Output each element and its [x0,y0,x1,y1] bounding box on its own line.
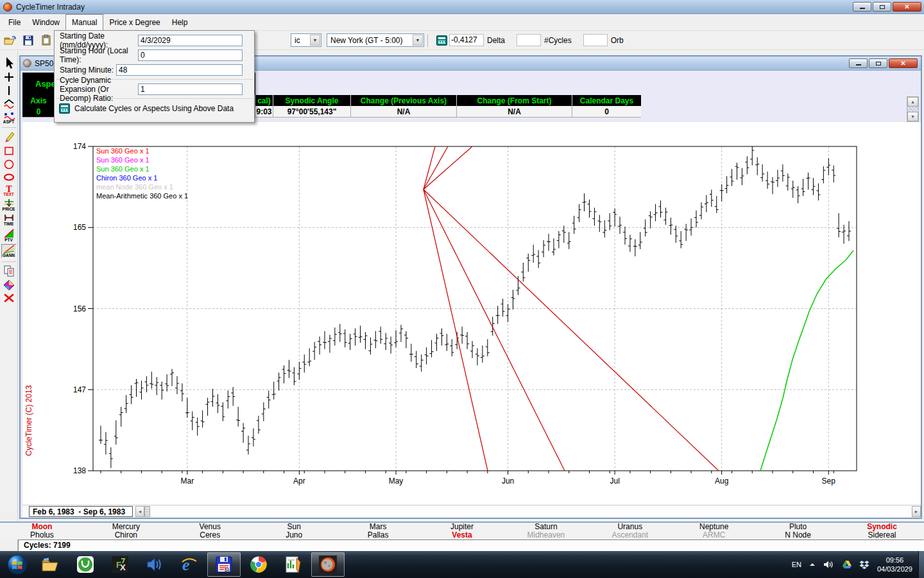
save-button[interactable] [21,33,36,48]
show-desktop-button[interactable] [918,551,924,578]
open-file-button[interactable] [3,33,18,48]
menubar-item-help[interactable]: Help [166,14,194,30]
menu-item-starting-hour[interactable]: Starting Hour (Local Time): [55,48,254,62]
planet-column-synodic[interactable]: SynodicSidereal [840,523,924,539]
starting-date-input[interactable] [138,35,243,46]
chrome[interactable] [242,552,275,577]
clipboard-button[interactable] [38,33,54,48]
vertical-line-tool[interactable] [1,85,17,96]
pointer-tool[interactable] [1,57,17,69]
scroll-right-button[interactable]: ► [912,506,921,517]
window-titlebar: CycleTimer Intraday ✕ [0,0,924,14]
utorrent-icon [76,556,94,574]
volume-app[interactable] [138,552,171,577]
svg-text:Sun 360 Geo x 1: Sun 360 Geo x 1 [96,147,150,155]
language-indicator[interactable]: EN [792,561,801,568]
chevron-down-icon: ▼ [310,35,320,46]
svg-text:64: 64 [225,568,230,572]
google-drive-tray-icon[interactable] [842,560,852,569]
price-tool[interactable]: PRICE [1,198,17,211]
chart-editor[interactable] [277,552,310,577]
planet-column-saturn[interactable]: SaturnMidheaven [504,523,588,539]
scroll-down-button[interactable]: ▼ [907,112,918,121]
scroll-left-button[interactable]: ◄ [135,506,144,517]
dropbox-tray-icon[interactable] [859,560,869,570]
column-value-synodic-angle: 97°00'55,143" [273,106,350,118]
cycles-input[interactable] [517,34,541,46]
taskbar-clock[interactable]: 09:56 04/03/2029 [877,556,912,574]
axis-header-cell: Axis [22,95,55,106]
planet-column-mercury[interactable]: MercuryChiron [84,523,168,539]
rectangle-tool[interactable] [1,145,17,157]
volume-tray-icon[interactable] [823,560,835,569]
hscrollbar-thumb[interactable] [144,506,150,517]
timezone-combo[interactable]: New York (GT - 5:00) ▼ [327,33,424,47]
pencil-tool[interactable] [1,130,17,143]
close-button[interactable]: ✕ [893,2,921,12]
text-tool[interactable]: TTEXT [1,184,17,197]
status-stub [0,539,18,551]
ephemeris-tool[interactable] [1,279,17,291]
scroll-up-button[interactable]: ▲ [907,97,918,107]
orb-input[interactable] [583,34,608,46]
planet-column-neptune[interactable]: NeptuneARMC [672,523,756,539]
ptv-tool[interactable]: PTV [1,228,17,242]
child-close-button[interactable]: ✕ [889,58,918,68]
oval-tool[interactable] [1,172,17,182]
gann-tool-label: GANN [3,254,15,258]
wave-tool[interactable] [1,98,17,110]
table-scrollbar: ▲ ▼ [907,96,919,122]
rectangle-tool-icon [3,145,15,157]
circle-tool-icon [3,159,15,170]
delete-tool[interactable] [1,293,17,303]
crosshair-tool[interactable] [1,71,17,83]
utorrent[interactable] [69,552,102,577]
status-bar: Cycles: 7199 [0,539,924,551]
start-button[interactable] [1,552,33,577]
planet-column-venus[interactable]: VenusCeres [168,523,252,539]
hidden-icons-button[interactable] [809,562,816,567]
child-minimize-button[interactable] [849,58,868,68]
delta-input[interactable]: -0,4127 [449,34,484,46]
svg-text:174: 174 [73,142,86,151]
planet-column-mars[interactable]: MarsPallas [336,523,420,539]
hscrollbar-track[interactable] [150,506,912,517]
scrollbar-thumb[interactable] [907,107,918,112]
fx-app[interactable]: FX [103,552,137,577]
menubar-item-manual[interactable]: Manual [65,14,103,30]
windows-explorer-icon [41,556,60,573]
coordinate-system-combo[interactable]: ic ▼ [291,33,321,47]
planet-column-jupiter[interactable]: JupiterVesta [420,523,504,539]
gann-tool[interactable]: GANN [1,244,17,258]
svg-text:Sun 360 Geo x 1: Sun 360 Geo x 1 [96,165,150,173]
planet-column-moon[interactable]: MoonPholus [0,523,84,539]
starting-hour-input[interactable] [138,49,243,61]
ptv-tool-icon [3,228,15,238]
calculator-button[interactable] [434,33,449,48]
copy-tool-icon [3,265,15,277]
planet-column-pluto[interactable]: PlutoN Node [756,523,840,539]
planet-column-uranus[interactable]: UranusAscendant [588,523,672,539]
cycletimer-app[interactable] [311,552,345,577]
menu-item-expansion-ratio[interactable]: Cycle Dynamic Expansion (Or Decomp) Rati… [55,82,254,96]
copy-tool[interactable] [1,265,17,277]
aspect-tool[interactable]: ASPT [1,112,17,124]
menu-item-calculate[interactable]: Calculate Cycles or Aspects Using Above … [55,101,254,116]
windows-explorer[interactable] [34,552,67,577]
internet-explorer[interactable]: e [173,552,206,577]
starting-minute-input[interactable] [116,64,243,76]
maximize-button[interactable] [873,2,891,12]
menubar-item-file[interactable]: File [3,14,26,30]
time-tool[interactable]: TIME [1,213,17,226]
floppy-64-app[interactable]: 64 [207,552,241,577]
price-chart[interactable]: 174165156147138MarAprMayJunJulAugSepSun … [22,122,921,505]
pointer-tool-icon [3,57,15,69]
date-range-label: Feb 6, 1983 - Sep 6, 1983 [29,506,133,517]
menubar-item-window[interactable]: Window [26,14,65,30]
expansion-ratio-input[interactable] [138,83,243,95]
child-maximize-button[interactable] [869,58,887,68]
menubar-item-price-x-degree[interactable]: Price x Degree [103,14,166,30]
circle-tool[interactable] [1,159,17,170]
planet-column-sun[interactable]: SunJuno [252,523,336,539]
minimize-button[interactable] [853,2,871,12]
